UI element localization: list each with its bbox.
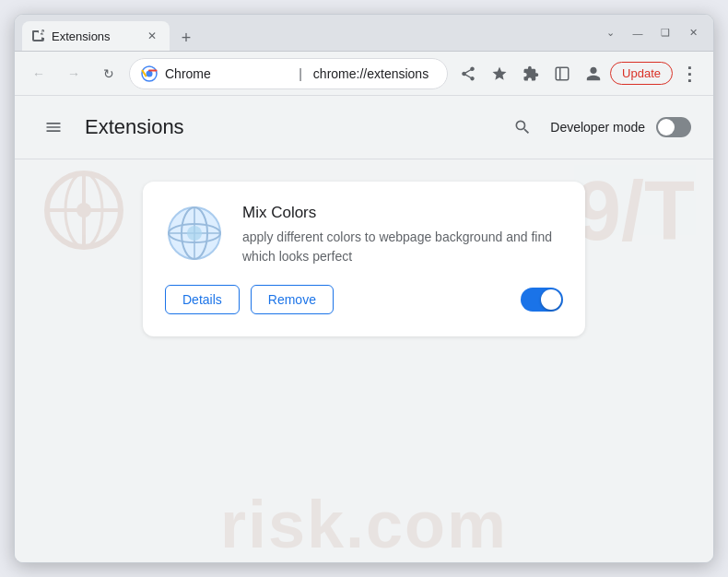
maximize-button[interactable]: ❑	[652, 20, 678, 46]
extension-toggle[interactable]	[521, 288, 563, 312]
tab-favicon-icon	[31, 29, 46, 43]
tab-area: Extensions ✕ +	[22, 15, 593, 51]
menu-toggle-button[interactable]	[37, 111, 70, 144]
title-bar: Extensions ✕ + ⌄ — ❑ ✕	[15, 15, 713, 52]
svg-rect-2	[556, 67, 569, 80]
extensions-button[interactable]	[516, 59, 546, 88]
hamburger-icon	[44, 118, 63, 136]
back-button[interactable]: ←	[24, 59, 53, 88]
toggle-knob	[658, 119, 675, 135]
forward-button[interactable]: →	[59, 59, 88, 88]
toolbar-icons: Update ⋮	[453, 59, 704, 88]
extensions-header: Extensions Developer mode	[15, 96, 713, 159]
svg-point-5	[76, 203, 91, 218]
developer-mode-label: Developer mode	[550, 120, 645, 135]
close-button[interactable]: ✕	[680, 20, 706, 46]
toolbar: ← → ↻ Chrome | chrome://extensions	[15, 52, 713, 96]
page-title: Extensions	[85, 115, 506, 139]
extension-info: Mix Colors apply different colors to web…	[242, 204, 563, 266]
minimize-button[interactable]: —	[625, 20, 651, 46]
sidebar-icon	[554, 65, 570, 82]
update-button[interactable]: Update	[610, 62, 673, 85]
search-icon	[513, 118, 532, 136]
svg-point-14	[187, 226, 202, 241]
address-bar[interactable]: Chrome | chrome://extensions	[129, 58, 448, 89]
address-url: chrome://extensions	[313, 66, 436, 81]
share-button[interactable]	[453, 59, 483, 88]
chrome-logo-icon	[141, 65, 158, 82]
header-right: Developer mode	[506, 111, 691, 144]
sidebar-button[interactable]	[547, 59, 577, 88]
address-separator: |	[299, 66, 302, 81]
expand-button[interactable]: ⌄	[597, 20, 623, 46]
developer-mode-toggle[interactable]	[656, 117, 691, 137]
watermark-logo	[42, 169, 125, 255]
page-content: Extensions Developer mode	[15, 96, 713, 562]
extension-description: apply different colors to webpage backgr…	[242, 228, 563, 266]
profile-button[interactable]	[579, 59, 608, 88]
star-icon	[491, 65, 508, 82]
active-tab[interactable]: Extensions ✕	[22, 21, 170, 51]
extension-name: Mix Colors	[242, 204, 563, 222]
refresh-button[interactable]: ↻	[94, 59, 123, 88]
tab-close-button[interactable]: ✕	[144, 28, 160, 44]
svg-point-8	[65, 173, 102, 247]
watermark-text-bottom: risk.com	[220, 487, 508, 562]
menu-button[interactable]: ⋮	[675, 59, 704, 88]
svg-point-4	[47, 173, 121, 247]
puzzle-icon	[523, 65, 539, 82]
remove-button[interactable]: Remove	[251, 285, 334, 314]
share-icon	[460, 65, 476, 82]
extension-toggle-knob	[541, 289, 561, 310]
browser-brand: Chrome	[165, 66, 288, 81]
tab-title: Extensions	[52, 29, 138, 43]
details-button[interactable]: Details	[165, 285, 240, 314]
bookmark-button[interactable]	[485, 59, 514, 88]
card-actions: Details Remove	[165, 285, 563, 314]
browser-window: Extensions ✕ + ⌄ — ❑ ✕ ← → ↻ Chrome	[14, 14, 714, 563]
title-bar-controls: ⌄ — ❑ ✕	[597, 20, 706, 46]
extensions-main: 9/T risk.com Mix Colors	[15, 159, 713, 562]
search-button[interactable]	[506, 111, 539, 144]
profile-icon	[585, 65, 602, 82]
extension-card: Mix Colors apply different colors to web…	[143, 182, 585, 336]
watermark-text-top: 9/T	[575, 164, 695, 259]
extension-icon	[165, 204, 224, 263]
svg-point-1	[147, 70, 153, 77]
new-tab-button[interactable]: +	[173, 25, 199, 51]
card-top: Mix Colors apply different colors to web…	[165, 204, 563, 266]
